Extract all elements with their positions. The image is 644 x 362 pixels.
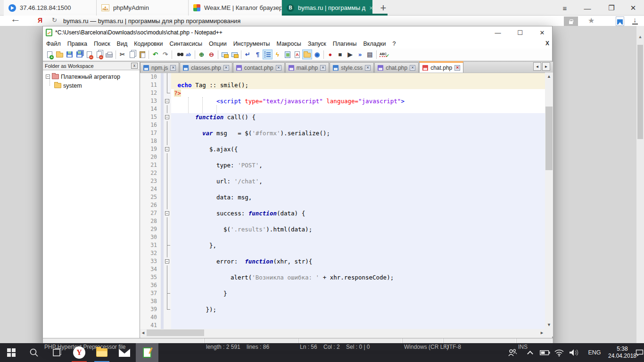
code-line-14[interactable]: 14 (140, 105, 545, 113)
browser-address-bar[interactable]: ← Я ↻ bymas.ru — bymas.ru | программы дл… (0, 16, 644, 26)
fold-margin[interactable] (164, 241, 171, 249)
code-line-25[interactable]: 25data: msg, (140, 193, 545, 201)
scroll-right-icon[interactable]: ► (540, 329, 544, 337)
fold-margin[interactable] (164, 281, 171, 289)
code-line-10[interactable]: 10 (140, 73, 545, 81)
hscrollbar-thumb[interactable] (147, 329, 204, 336)
close-all-icon[interactable]: − (94, 49, 104, 59)
doc-tab-contact.php[interactable]: contact.php✕ (233, 62, 285, 73)
save-all-icon[interactable] (74, 49, 84, 59)
show-symbols-icon[interactable]: ¶ (253, 49, 263, 59)
doc-tab-style.css[interactable]: style.css✕ (330, 62, 374, 73)
code-line-23[interactable]: 23url: '/chat', (140, 177, 545, 185)
scrollbar-thumb[interactable] (637, 45, 643, 139)
undo-icon[interactable]: ↶ (150, 49, 160, 59)
code-line-33[interactable]: 33−error: function(xhr, str){ (140, 257, 545, 265)
fold-margin[interactable] (164, 153, 171, 161)
menu-item-8[interactable]: Инструменты (230, 40, 273, 48)
lock-icon[interactable] (564, 16, 578, 27)
menu-item-4[interactable]: Вид (114, 40, 131, 48)
menu-item-5[interactable]: Кодировки (131, 40, 166, 48)
monitor-icon[interactable]: ◉ (312, 49, 322, 59)
mail-button[interactable] (113, 343, 136, 362)
menu-item-6[interactable]: Синтаксисы (166, 40, 206, 48)
copy-icon[interactable] (127, 49, 137, 59)
print-icon[interactable] (104, 49, 114, 59)
fold-margin[interactable] (164, 289, 171, 297)
fold-margin[interactable] (164, 177, 171, 185)
code-line-11[interactable]: 11 echo Tag :: smile(); (140, 81, 545, 89)
fold-margin[interactable] (164, 121, 171, 129)
yandex-browser-button[interactable]: Y (68, 343, 91, 362)
macro-record-icon[interactable]: ● (325, 49, 335, 59)
doc-tab-chat.php-active[interactable]: chat.php✕ (419, 61, 463, 73)
fold-margin[interactable] (164, 321, 171, 329)
save-icon[interactable] (65, 49, 74, 59)
tab-scroll-left-button[interactable]: ◄ (533, 62, 541, 71)
fold-margin[interactable] (164, 89, 171, 97)
fold-margin[interactable] (164, 129, 171, 137)
language-indicator[interactable]: ENG (585, 343, 604, 362)
volume-icon[interactable] (567, 343, 582, 362)
scroll-down-icon[interactable]: ▼ (545, 321, 553, 329)
open-file-icon[interactable] (55, 49, 65, 59)
notepadpp-button[interactable] (136, 343, 158, 362)
code-line-32[interactable]: 32 (140, 249, 545, 257)
code-line-35[interactable]: 35alert('Возникла ошибка: ' + xhr.respon… (140, 273, 545, 281)
code-line-18[interactable]: 18 (140, 137, 545, 145)
task-view-button[interactable] (45, 343, 68, 362)
menu-item-3[interactable]: Поиск (91, 40, 114, 48)
menu-item-10[interactable]: Запуск (305, 40, 330, 48)
fold-margin[interactable] (164, 201, 171, 209)
code-line-21[interactable]: 21type: 'POST', (140, 161, 545, 169)
browser-tab-3[interactable]: Weax.ME | Каталог браузер (189, 0, 282, 16)
browser-minimize-button[interactable]: — (579, 2, 596, 14)
fold-margin[interactable] (164, 73, 171, 81)
macro-save-icon[interactable]: ▤ (365, 49, 375, 59)
code-line-13[interactable]: 13−<script type="text/javascript" langua… (140, 97, 545, 105)
fold-margin[interactable] (164, 265, 171, 273)
browser-scrollbar[interactable]: ▲ (636, 26, 644, 343)
fold-margin[interactable] (164, 313, 171, 321)
chevron-up-icon[interactable] (524, 343, 536, 362)
npp-minimize-button[interactable]: — (490, 26, 506, 39)
fold-margin[interactable] (164, 105, 171, 113)
doc-switcher-icon[interactable]: A (292, 49, 302, 59)
fold-margin[interactable] (164, 297, 171, 305)
doc-tab-npm.js[interactable]: npm.js✕ (140, 62, 179, 73)
npp-maximize-button[interactable]: ☐ (512, 26, 528, 39)
fold-margin[interactable] (164, 217, 171, 225)
panel-close-button[interactable]: x (131, 63, 138, 69)
code-line-38[interactable]: 38 (140, 297, 545, 305)
menu-item-2[interactable]: Правка (64, 40, 91, 48)
sync-v-icon[interactable] (220, 49, 230, 59)
action-center-icon[interactable] (635, 343, 644, 362)
tab-scroll-right-button[interactable]: ► (542, 62, 550, 71)
search-button[interactable] (23, 343, 45, 362)
explorer-button[interactable] (91, 343, 113, 362)
fold-margin[interactable] (164, 193, 171, 201)
menu-item-9[interactable]: Макросы (273, 40, 305, 48)
code-line-34[interactable]: 34 (140, 265, 545, 273)
spellcheck-icon[interactable]: ABC (378, 49, 388, 59)
code-line-27[interactable]: 27−success: function(data) { (140, 209, 545, 217)
tree-item-платежный-агрегатор[interactable]: −Платежный агрегатор (44, 72, 139, 81)
code-line-16[interactable]: 16 (140, 121, 545, 129)
code-line-28[interactable]: 28 (140, 217, 545, 225)
code-line-15[interactable]: 15−function call() { (140, 113, 545, 121)
fold-margin[interactable] (164, 249, 171, 257)
code-line-36[interactable]: 36 (140, 281, 545, 289)
code-line-40[interactable]: 40 (140, 313, 545, 321)
zoom-out-icon[interactable]: ⊖ (206, 49, 216, 59)
menu-item-1[interactable]: Файл (43, 40, 64, 48)
people-icon[interactable] (505, 343, 520, 362)
code-line-12[interactable]: 12?> (140, 89, 545, 97)
battery-icon[interactable] (538, 343, 552, 362)
fold-margin[interactable] (164, 233, 171, 241)
fold-margin[interactable] (164, 225, 171, 233)
bookmark-star-icon[interactable]: ★ (588, 16, 594, 25)
menu-item-7[interactable]: Опции (206, 40, 230, 48)
code-line-26[interactable]: 26 (140, 201, 545, 209)
close-icon[interactable]: − (84, 49, 94, 59)
editor-vertical-scrollbar[interactable]: ▲ ▼ (545, 73, 553, 329)
